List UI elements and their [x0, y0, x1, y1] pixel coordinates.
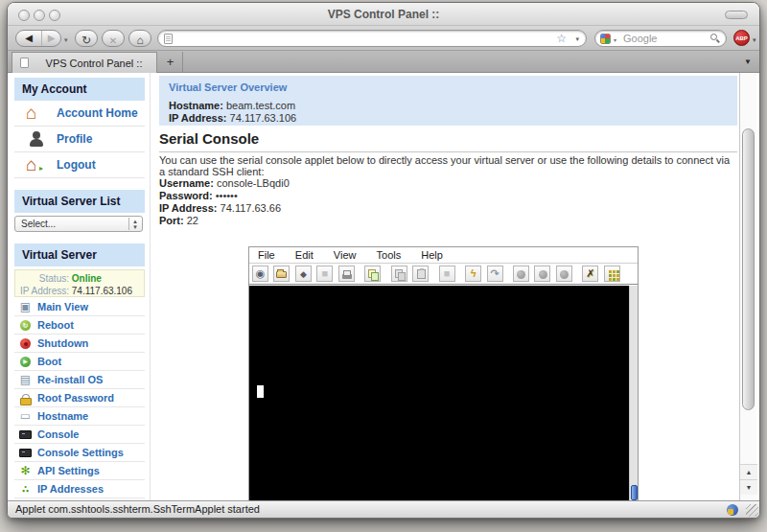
sidebar-item-main-view[interactable]: ▣ Main View — [14, 298, 145, 316]
plugin-icon[interactable] — [727, 504, 738, 516]
save-icon: ■ — [322, 267, 329, 279]
logout-icon: ⌂ — [26, 154, 36, 175]
menu-file[interactable]: File — [249, 247, 284, 261]
disconnect-button[interactable]: ◆ — [295, 266, 312, 282]
sidebar-item-profile[interactable]: Profile — [14, 127, 145, 152]
copy-button[interactable] — [391, 266, 407, 282]
virtual-server-list-header: Virtual Server List — [14, 190, 145, 213]
ssh-console-applet: File Edit View Tools Help ◉ ◆ ■ ■ ϟ ↷ — [248, 246, 639, 500]
list-all-tabs-button[interactable]: ▼ — [738, 52, 757, 73]
page-content: My Account ⌂ Account Home Profile ⌂ ▸ Lo… — [8, 73, 759, 500]
sidebar-item-account-home[interactable]: ⌂ Account Home — [14, 101, 145, 127]
circle-button-3[interactable] — [556, 266, 572, 282]
adblock-dropdown-icon[interactable]: ▾ — [753, 36, 756, 44]
url-input[interactable] — [177, 32, 542, 45]
server-ip-value: 74.117.63.106 — [72, 286, 132, 296]
new-tab-button[interactable]: + — [158, 52, 183, 73]
back-forward-buttons[interactable]: ◀ ▶ — [15, 30, 61, 47]
adblock-button[interactable]: ABP — [733, 30, 750, 46]
record-button[interactable]: ■ — [439, 266, 455, 282]
tab-favicon — [20, 58, 29, 68]
overview-title: Virtual Server Overview — [169, 81, 728, 93]
browser-scrollbar[interactable]: ▲ ▼ — [739, 73, 756, 500]
menu-tools[interactable]: Tools — [368, 247, 410, 261]
dashboard-button[interactable] — [604, 266, 620, 282]
account-home-icon: ⌂ — [26, 103, 36, 124]
virtual-server-overview-box: Virtual Server Overview Hostname: beam.t… — [159, 76, 737, 126]
terminal-scrollbar[interactable] — [629, 286, 639, 500]
server-status-box: Status: Online IP Address: 74.117.63.106 — [14, 269, 145, 297]
reload-button[interactable]: ↻ — [75, 30, 98, 47]
sidebar-item-ip-addresses[interactable]: ∴ IP Addresses — [14, 480, 145, 498]
menu-view[interactable]: View — [325, 247, 365, 261]
menu-help[interactable]: Help — [412, 247, 452, 261]
back-button[interactable]: ◀ — [16, 31, 41, 46]
ip-value: 74.117.63.106 — [230, 112, 297, 124]
menu-edit[interactable]: Edit — [287, 247, 322, 261]
sidebar-item-root-password[interactable]: Root Password — [14, 389, 145, 407]
forward-button[interactable]: ▶ — [41, 31, 60, 46]
navigation-toolbar: ◀ ▶ ▾ ↻ ✕ ⌂ ☆ ▾ ▾ ABP ▾ — [8, 26, 759, 51]
home-icon: ⌂ — [136, 33, 143, 48]
sidebar-item-console-settings[interactable]: Console Settings — [14, 444, 145, 462]
open-button[interactable] — [273, 266, 290, 282]
sidebar-item-api-settings[interactable]: ✻ API Settings — [14, 462, 145, 480]
console-settings-icon — [19, 449, 32, 457]
paste-icon — [417, 269, 426, 279]
hostname-icon: ▭ — [19, 410, 32, 423]
console-ip-label: IP Address: — [159, 202, 218, 214]
url-dropdown-icon[interactable]: ▾ — [575, 35, 579, 43]
bookmark-star-icon[interactable]: ☆ — [556, 32, 567, 45]
port-value: 22 — [187, 215, 198, 226]
toolbar-toggle-button[interactable] — [725, 11, 748, 19]
copy-disabled-icon — [395, 269, 405, 279]
search-icon[interactable] — [710, 34, 717, 40]
circle-icon — [539, 270, 547, 279]
terminal-screen[interactable] — [249, 286, 629, 500]
ssh-credentials: Username: console-LBqdi0 Password: •••••… — [159, 177, 290, 227]
tab-vps-control-panel[interactable]: VPS Control Panel :: — [12, 52, 157, 73]
sidebar-item-logout[interactable]: ⌂ ▸ Logout — [14, 152, 145, 178]
connect-button[interactable]: ◉ — [252, 266, 268, 282]
search-bar[interactable]: ▾ — [594, 30, 727, 47]
server-select-dropdown[interactable]: Select... ▲▼ — [14, 216, 143, 232]
paste-button[interactable] — [412, 266, 429, 282]
home-button[interactable]: ⌂ — [128, 30, 151, 47]
applet-menubar: File Edit View Tools Help — [249, 247, 638, 264]
scroll-down-button[interactable]: ▼ — [740, 479, 757, 495]
lock-icon — [20, 394, 30, 404]
stop-button[interactable]: ✕ — [102, 30, 125, 47]
scrollbar-thumb[interactable] — [742, 128, 755, 410]
terminal-cursor — [257, 385, 264, 398]
grid-icon — [609, 270, 612, 273]
reinstall-os-icon: ▤ — [19, 374, 32, 386]
tab-strip: VPS Control Panel :: + ▼ — [8, 51, 759, 73]
save-button[interactable]: ■ — [316, 266, 333, 282]
server-menu: ▣ Main View ↻ Reboot Shutdown ▶ Boot ▤ R… — [14, 298, 145, 500]
sidebar-item-console[interactable]: Console — [14, 426, 145, 444]
sidebar-item-shutdown[interactable]: Shutdown — [14, 335, 145, 353]
google-icon — [600, 34, 611, 44]
url-bar[interactable]: ☆ ▾ — [157, 30, 587, 47]
print-button[interactable] — [338, 266, 355, 282]
resize-grip[interactable] — [746, 504, 758, 517]
console-ip-value: 74.117.63.66 — [221, 202, 281, 214]
terminal-scrollbar-thumb[interactable] — [631, 485, 638, 500]
sidebar-item-reinstall-os[interactable]: ▤ Re-install OS — [14, 371, 145, 389]
scroll-up-button[interactable]: ▲ — [740, 464, 757, 479]
flash-button[interactable]: ϟ — [465, 266, 481, 282]
sidebar-item-boot[interactable]: ▶ Boot — [14, 353, 145, 371]
search-input[interactable] — [621, 32, 698, 45]
console-icon — [19, 430, 32, 439]
profile-icon — [29, 131, 44, 148]
search-engine-dropdown-icon[interactable]: ▾ — [614, 36, 616, 43]
sidebar-item-reboot[interactable]: ↻ Reboot — [14, 316, 145, 335]
copy-color-button[interactable] — [364, 266, 381, 282]
circle-button-2[interactable] — [534, 266, 550, 282]
sidebar-item-hostname[interactable]: ▭ Hostname — [14, 407, 145, 426]
history-dropdown-icon[interactable]: ▾ — [64, 36, 68, 44]
circle-button-1[interactable] — [513, 266, 529, 282]
page-favicon — [164, 34, 173, 44]
forward-port-button[interactable]: ↷ — [487, 266, 503, 282]
tools-button[interactable]: ✗ — [582, 266, 598, 282]
